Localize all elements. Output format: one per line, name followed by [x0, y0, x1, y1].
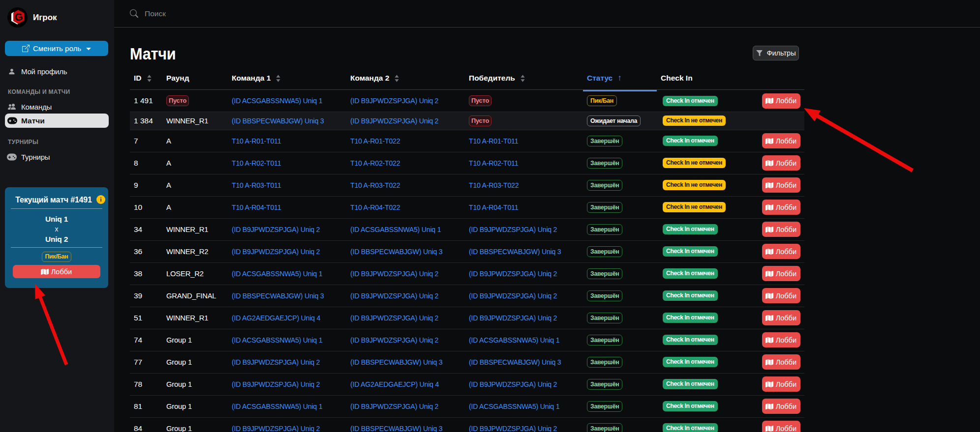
svg-text:G: G [14, 11, 23, 23]
